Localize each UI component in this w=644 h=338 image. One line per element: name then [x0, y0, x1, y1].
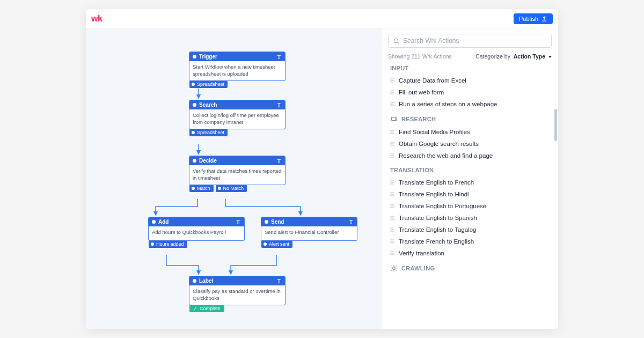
topbar: wk Publish	[86, 9, 558, 28]
node-trigger[interactable]: Trigger Start Wrkflow when a new timeshe…	[189, 52, 286, 81]
action-item[interactable]: Run a series of steps on a webpage	[388, 98, 552, 110]
app-window: wk Publish	[86, 9, 558, 329]
action-label: Translate French to English	[399, 238, 474, 245]
node-header: Decide	[189, 156, 285, 165]
action-label: Run a series of steps on a webpage	[399, 101, 497, 107]
action-label: Translate English to Portuguese	[399, 203, 486, 209]
node-dot-icon	[152, 220, 156, 224]
trash-icon[interactable]	[276, 278, 282, 284]
search-icon	[393, 38, 400, 45]
action-item[interactable]: Obtain Google search results	[388, 138, 552, 150]
category-header: INPUT	[390, 65, 552, 71]
drag-handle-icon	[390, 142, 394, 146]
search-input[interactable]	[403, 37, 547, 45]
output-pill[interactable]: Hours added	[149, 240, 187, 248]
node-label[interactable]: Label Classify pay as standard or overti…	[189, 276, 286, 305]
category-list: INPUTCapture Data from ExcelFill out web…	[388, 65, 552, 272]
action-label: Obtain Google search results	[399, 141, 479, 147]
search-box[interactable]	[388, 34, 552, 48]
node-header: Trigger	[189, 52, 285, 61]
node-title: Trigger	[199, 54, 217, 60]
logo: wk	[91, 14, 102, 24]
trash-icon[interactable]	[236, 219, 241, 225]
action-item[interactable]: Translate French to English	[388, 236, 552, 247]
action-label: Research the web and find a page	[399, 152, 493, 159]
svg-rect-4	[391, 117, 396, 121]
output-pill-match[interactable]: Match	[189, 185, 214, 192]
node-body: Classify pay as standard or overtime in …	[189, 285, 285, 305]
drag-handle-icon	[390, 102, 394, 106]
complete-pill: ✓Complete	[189, 305, 224, 312]
action-label: Translate English to Hindi	[399, 191, 469, 197]
drag-handle-icon	[390, 227, 394, 232]
action-item[interactable]: Translate English to Tagalog	[388, 224, 552, 236]
node-dot-icon	[193, 103, 196, 107]
drag-handle-icon	[390, 90, 394, 94]
node-decide[interactable]: Decide Verify that data matches times re…	[189, 156, 286, 185]
trash-icon[interactable]	[276, 102, 282, 108]
action-label: Capture Data from Excel	[399, 77, 466, 84]
node-body: Collect login/log off time per employee …	[189, 109, 285, 129]
drag-handle-icon	[390, 239, 394, 244]
action-label: Verify translation	[399, 250, 444, 256]
main-area: Trigger Start Wrkflow when a new timeshe…	[86, 28, 558, 329]
node-add[interactable]: Add Add hours to Quickbooks Payroll Hour…	[148, 217, 245, 241]
action-item[interactable]: Verify translation	[388, 247, 552, 259]
meta-row: Showing 211 Wrk Actions Categorize by Ac…	[388, 53, 552, 60]
drag-handle-icon	[390, 251, 394, 255]
output-pill[interactable]: Spreadsheet	[189, 129, 228, 136]
drag-handle-icon	[390, 153, 394, 158]
output-pill[interactable]: Alert sent	[261, 240, 292, 248]
node-title: Search	[199, 102, 217, 108]
node-title: Label	[199, 278, 213, 284]
results-count: Showing 211 Wrk Actions	[388, 53, 452, 60]
output-pill-nomatch[interactable]: No Match	[216, 185, 247, 192]
action-label: Fill out web form	[399, 89, 444, 95]
category-header: CRAWLING	[390, 264, 552, 272]
chevron-down-icon	[548, 56, 552, 58]
action-item[interactable]: Translate English to French	[388, 177, 552, 188]
node-dot-icon	[265, 220, 268, 224]
publish-button[interactable]: Publish	[514, 13, 553, 24]
actions-sidebar: Showing 211 Wrk Actions Categorize by Ac…	[381, 28, 558, 329]
categorize-dropdown[interactable]: Categorize by Action Type	[475, 53, 552, 60]
scrollbar-thumb[interactable]	[554, 109, 557, 141]
node-header: Search	[189, 100, 285, 109]
trash-icon[interactable]	[348, 219, 354, 225]
drag-handle-icon	[390, 192, 394, 196]
workflow-canvas[interactable]: Trigger Start Wrkflow when a new timeshe…	[86, 28, 381, 329]
svg-point-3	[394, 39, 398, 43]
action-label: Translate English to Tagalog	[399, 226, 476, 233]
output-pill[interactable]: Spreadsheet	[189, 80, 228, 88]
node-title: Decide	[199, 158, 217, 164]
action-label: Translate English to French	[399, 179, 474, 186]
action-item[interactable]: Translate English to Hindi	[388, 188, 552, 200]
node-header: Send	[261, 217, 357, 226]
action-item[interactable]: Research the web and find a page	[388, 150, 552, 161]
node-body: Add hours to Quickbooks Payroll	[149, 226, 244, 240]
trash-icon[interactable]	[276, 158, 282, 164]
action-label: Find Social Media Profiles	[399, 129, 470, 135]
node-header: Label	[189, 276, 285, 285]
action-item[interactable]: Translate English to Spanish	[388, 212, 552, 224]
category-header: RESEARCH	[390, 115, 552, 123]
action-item[interactable]: Find Social Media Profiles	[388, 126, 552, 138]
trash-icon[interactable]	[276, 54, 282, 60]
drag-handle-icon	[390, 216, 394, 220]
node-send[interactable]: Send Send alert to Financial Controller …	[261, 217, 357, 241]
action-item[interactable]: Fill out web form	[388, 86, 552, 98]
node-body: Verify that data matches times reported …	[189, 165, 285, 185]
action-label: Translate English to Spanish	[399, 215, 477, 221]
category-header: TRANSLATION	[390, 167, 552, 173]
drag-handle-icon	[390, 180, 394, 185]
node-dot-icon	[193, 279, 196, 283]
action-item[interactable]: Capture Data from Excel	[388, 75, 552, 86]
node-search[interactable]: Search Collect login/log off time per em…	[189, 100, 286, 129]
action-item[interactable]: Translate English to Portuguese	[388, 200, 552, 212]
check-icon: ✓	[193, 306, 197, 311]
node-title: Add	[158, 219, 169, 225]
node-title: Send	[271, 219, 284, 225]
node-body: Start Wrkflow when a new timesheet sprea…	[189, 61, 285, 80]
node-dot-icon	[193, 55, 196, 58]
drag-handle-icon	[390, 130, 394, 134]
